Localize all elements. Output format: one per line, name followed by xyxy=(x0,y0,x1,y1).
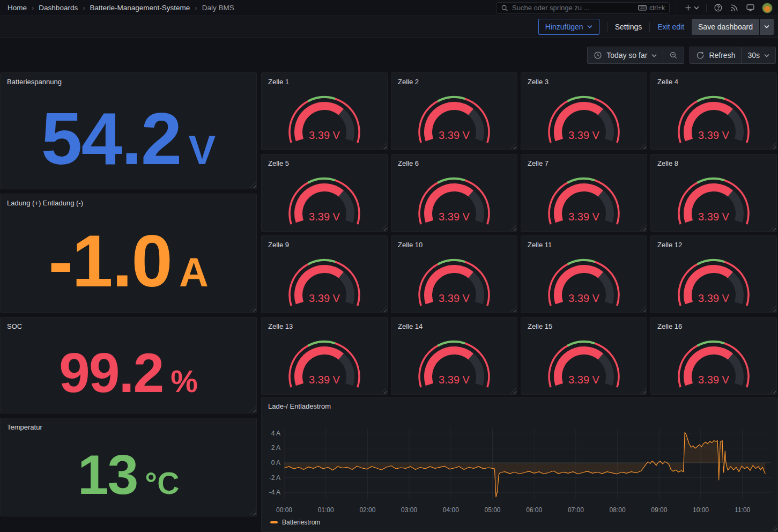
svg-text:11:00: 11:00 xyxy=(735,506,750,514)
panel-title[interactable]: Batteriespannung xyxy=(1,73,256,88)
panel-zelle-12: Zelle 123.39 V xyxy=(650,235,777,313)
svg-text:10:00: 10:00 xyxy=(693,506,709,514)
svg-text:-4 A: -4 A xyxy=(269,489,280,496)
panel-soc: SOC 99.2 % xyxy=(0,317,257,413)
panel-zelle-8: Zelle 83.39 V xyxy=(650,154,777,232)
cell-voltage-gauge: 3.39 V xyxy=(262,251,387,313)
panel-title[interactable]: Zelle 11 xyxy=(521,236,647,251)
breadcrumb-separator: › xyxy=(83,4,85,12)
panel-batteriespannung: Batteriespannung 54.2 V xyxy=(0,72,257,189)
panel-temperatur: Temperatur 13 °C xyxy=(0,418,257,516)
help-button[interactable] xyxy=(714,3,723,12)
chevron-down-icon xyxy=(764,54,769,57)
legend-label: Batteriestrom xyxy=(282,519,320,526)
gauge-value-text: 3.39 V xyxy=(439,211,470,223)
panel-zelle-10: Zelle 103.39 V xyxy=(391,235,517,313)
breadcrumb-dashboards[interactable]: Dashboards xyxy=(39,4,78,12)
gauge-value-text: 3.39 V xyxy=(698,292,729,304)
panel-title[interactable]: Zelle 1 xyxy=(262,73,387,88)
panel-title[interactable]: Zelle 7 xyxy=(521,154,647,169)
zoom-out-icon xyxy=(669,51,678,60)
legend-color-dash xyxy=(270,521,278,523)
gauge-value-text: 3.39 V xyxy=(439,129,470,141)
gauge-value-text: 3.39 V xyxy=(309,292,340,304)
legend-item-batteriestrom[interactable]: Batteriestrom xyxy=(270,519,320,526)
news-button[interactable] xyxy=(730,3,739,12)
search-shortcut-hint: ctrl+k xyxy=(638,4,665,12)
panel-title[interactable]: Zelle 13 xyxy=(262,317,387,332)
panel-zelle-4: Zelle 43.39 V xyxy=(650,72,777,150)
stat-value: 99.2 xyxy=(59,345,163,401)
cell-voltage-gauge: 3.39 V xyxy=(391,251,517,313)
panel-title[interactable]: Zelle 3 xyxy=(521,73,647,88)
settings-button[interactable]: Settings xyxy=(615,23,642,31)
nav-divider xyxy=(706,4,707,12)
panel-ladung-entladung: Ladung (+) Entladung (-) -1.0 A xyxy=(0,194,257,313)
gauge-value-text: 3.39 V xyxy=(568,211,599,223)
help-icon xyxy=(714,3,723,12)
breadcrumb-home[interactable]: Home xyxy=(8,4,27,12)
panel-title[interactable]: SOC xyxy=(1,317,256,332)
gauge-value-text: 3.39 V xyxy=(309,129,340,141)
time-controls: Today so far Refresh 30s xyxy=(587,47,776,64)
time-range-picker[interactable]: Today so far xyxy=(588,47,663,63)
panel-title[interactable]: Zelle 6 xyxy=(391,154,517,169)
panel-title[interactable]: Zelle 4 xyxy=(651,73,776,88)
panel-title[interactable]: Zelle 8 xyxy=(651,154,776,169)
panel-zelle-2: Zelle 23.39 V xyxy=(391,72,517,150)
gauge-value-text: 3.39 V xyxy=(439,374,470,386)
refresh-interval-picker[interactable]: 30s xyxy=(742,47,775,63)
search-box[interactable]: ctrl+k xyxy=(496,2,670,14)
breadcrumb-separator: › xyxy=(32,4,34,12)
panel-zelle-13: Zelle 133.39 V xyxy=(261,317,388,395)
gauge-value-text: 3.39 V xyxy=(698,129,729,141)
stat-value: 54.2 xyxy=(41,101,181,175)
cell-voltage-gauge: 3.39 V xyxy=(651,251,776,313)
breadcrumb-current-dashboard: Daly BMS xyxy=(202,4,234,12)
cell-voltage-gauge: 3.39 V xyxy=(262,332,387,394)
cell-voltage-gauge: 3.39 V xyxy=(262,169,387,231)
panel-title[interactable]: Temperatur xyxy=(1,418,256,433)
chevron-down-icon xyxy=(764,25,769,28)
save-dashboard-options-button[interactable] xyxy=(759,19,774,35)
panel-zelle-3: Zelle 33.39 V xyxy=(521,72,647,150)
keyboard-icon xyxy=(638,5,647,11)
cell-voltage-gauge: 3.39 V xyxy=(521,88,647,150)
time-series-chart[interactable]: 00:0001:0002:0003:0004:0005:0006:0007:00… xyxy=(262,397,777,531)
user-avatar[interactable] xyxy=(762,3,773,13)
panel-title[interactable]: Zelle 9 xyxy=(262,236,387,251)
breadcrumb-folder[interactable]: Batterie-Management-Systeme xyxy=(90,4,190,12)
panel-title[interactable]: Zelle 15 xyxy=(521,317,647,332)
gauge-value-text: 3.39 V xyxy=(568,292,599,304)
exit-edit-button[interactable]: Exit edit xyxy=(657,23,684,31)
panel-title[interactable]: Zelle 5 xyxy=(262,154,387,169)
svg-text:00:00: 00:00 xyxy=(276,506,292,514)
panel-zelle-15: Zelle 153.39 V xyxy=(521,317,647,395)
panel-title[interactable]: Zelle 16 xyxy=(651,317,776,332)
svg-text:03:00: 03:00 xyxy=(401,506,417,514)
panel-title[interactable]: Zelle 12 xyxy=(651,236,776,251)
search-input[interactable] xyxy=(512,4,634,12)
panel-title[interactable]: Zelle 10 xyxy=(391,236,517,251)
svg-text:02:00: 02:00 xyxy=(359,506,375,514)
new-menu-button[interactable] xyxy=(684,4,699,12)
zoom-out-button[interactable] xyxy=(663,47,684,63)
save-dashboard-button[interactable]: Save dashboard xyxy=(692,19,759,35)
gauge-value-text: 3.39 V xyxy=(698,374,729,386)
svg-text:2 A: 2 A xyxy=(271,444,280,452)
display-button[interactable] xyxy=(746,3,755,12)
refresh-button[interactable]: Refresh xyxy=(690,47,741,63)
panel-title[interactable]: Zelle 2 xyxy=(391,73,517,88)
panel-title[interactable]: Ladung (+) Entladung (-) xyxy=(1,194,256,209)
stat-body: 99.2 % xyxy=(1,332,256,413)
panel-title[interactable]: Lade-/ Entladestrom xyxy=(262,397,777,412)
cell-voltage-gauge: 3.39 V xyxy=(651,88,776,150)
svg-text:01:00: 01:00 xyxy=(318,506,334,514)
gauge-value-text: 3.39 V xyxy=(698,211,729,223)
stat-unit: % xyxy=(171,366,198,397)
stat-unit: °C xyxy=(145,468,179,499)
chevron-down-icon xyxy=(694,6,699,10)
add-panel-button[interactable]: Hinzufügen xyxy=(538,19,599,35)
breadcrumb: Home › Dashboards › Batterie-Management-… xyxy=(8,4,234,12)
panel-title[interactable]: Zelle 14 xyxy=(391,317,517,332)
